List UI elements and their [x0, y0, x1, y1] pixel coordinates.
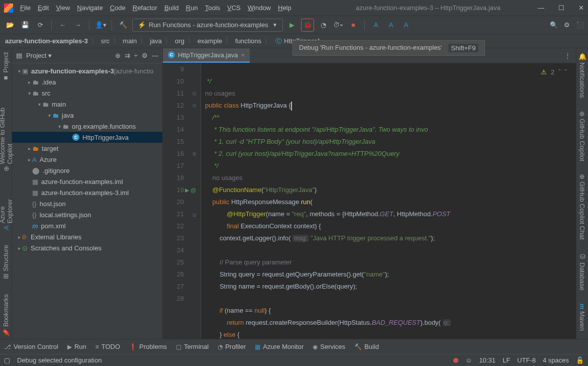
gutter-icons[interactable]: ⊟ ⊟ ⊞ ▶ @ ⊟	[191, 63, 201, 339]
menu-edit[interactable]: Edit	[38, 4, 49, 12]
ide-icon[interactable]: ⬛	[576, 21, 584, 29]
stripe-copilot[interactable]: ⊕GitHub Copilot	[578, 109, 586, 163]
lock-icon[interactable]: 🔓	[576, 356, 584, 364]
minimize-button[interactable]: —	[538, 4, 544, 12]
profiler-button[interactable]: ⏱▾	[332, 19, 344, 31]
tree-package[interactable]: ▾🖿org.example.functions	[12, 121, 162, 132]
forward-button[interactable]: →	[72, 19, 84, 31]
tab-version-control[interactable]: ⎇Version Control	[4, 343, 58, 350]
hide-icon[interactable]: —	[152, 52, 158, 59]
menu-help[interactable]: Help	[278, 4, 291, 12]
stop-button[interactable]: ■	[347, 19, 359, 31]
tab-profiler[interactable]: ◔Profiler	[218, 343, 246, 350]
tree-gitignore[interactable]: ⬤.gitignore	[12, 165, 162, 176]
close-tab-icon[interactable]: ×	[241, 51, 245, 59]
tree-pom[interactable]: mpom.xml	[12, 220, 162, 231]
settings-button[interactable]: ⚙	[564, 21, 570, 29]
tab-todo[interactable]: ≡TODO	[95, 343, 120, 350]
debug-button[interactable]: 🐞	[301, 19, 314, 32]
status-indent[interactable]: 4 spaces	[543, 356, 569, 364]
bc-java[interactable]: java	[150, 37, 162, 45]
tree-idea[interactable]: ▸🖿.idea	[12, 76, 162, 87]
status-le[interactable]: LF	[503, 356, 510, 364]
tree-local[interactable]: {}local.settings.json	[12, 209, 162, 220]
coverage-button[interactable]: ◔	[317, 19, 329, 31]
menu-view[interactable]: View	[56, 4, 70, 12]
tab-options[interactable]: ⋮	[559, 48, 576, 63]
tree-host[interactable]: {}host.json	[12, 198, 162, 209]
status-encoding[interactable]: UTF-8	[517, 356, 536, 364]
next-problem[interactable]: ˇ	[565, 66, 567, 78]
tree-azure[interactable]: ▸AAzure	[12, 154, 162, 165]
project-view-dropdown[interactable]: Project ▾	[26, 52, 111, 59]
bc-functions[interactable]: functions	[235, 37, 261, 45]
user-button[interactable]: 👤▾	[94, 19, 107, 31]
tab-run[interactable]: ▶Run	[67, 343, 86, 350]
tree-iml1[interactable]: ▦azure-function-examples.iml	[12, 176, 162, 187]
tree-target[interactable]: ▸🖿target	[12, 143, 162, 154]
status-time[interactable]: 10:31	[479, 356, 496, 364]
menu-vcs[interactable]: VCS	[227, 4, 241, 12]
bc-root[interactable]: azure-function-examples-3	[5, 37, 88, 45]
copilot-status-icon[interactable]: ☺	[465, 356, 472, 364]
stripe-copilot-welcome[interactable]: ⊕Welcome to GitHub Copilot	[0, 95, 14, 173]
editor-tab[interactable]: C HttpTriggerJava.java ×	[163, 48, 250, 63]
menu-window[interactable]: Window	[248, 4, 271, 12]
project-tree[interactable]: ▾▣azure-function-examples-3 [azure-funct…	[12, 63, 162, 339]
stripe-structure[interactable]: ⊞Structure	[2, 243, 10, 281]
stripe-maven[interactable]: mMaven	[578, 302, 586, 333]
quick-panel-icon[interactable]: ▢	[4, 356, 10, 364]
tree-iml2[interactable]: ▦azure-function-examples-3.iml	[12, 187, 162, 198]
open-button[interactable]: 📂	[4, 19, 16, 31]
menu-run[interactable]: Run	[186, 4, 198, 12]
azure-toolkit-icon[interactable]: A	[370, 19, 382, 31]
bc-org[interactable]: org	[175, 37, 184, 45]
menu-build[interactable]: Build	[164, 4, 179, 12]
bc-src[interactable]: src	[101, 37, 110, 45]
stripe-database[interactable]: ⛁Database	[578, 251, 586, 293]
bc-main[interactable]: main	[123, 37, 137, 45]
tree-src[interactable]: ▾🖿src	[12, 87, 162, 99]
process-indicator[interactable]	[453, 358, 458, 363]
tab-azure-monitor[interactable]: ▦Azure Monitor	[255, 343, 304, 350]
close-button[interactable]: ✕	[578, 4, 584, 12]
azure-sign-icon[interactable]: A	[400, 19, 412, 31]
tree-scratches[interactable]: ▸⊙Scratches and Consoles	[12, 242, 162, 253]
gear-icon[interactable]: ⚙	[142, 52, 148, 59]
tab-problems[interactable]: ❗Problems	[129, 343, 167, 350]
editor-body[interactable]: 910111213141516171819202122232425262728 …	[163, 63, 576, 339]
tree-root[interactable]: ▾▣azure-function-examples-3 [azure-funct…	[12, 65, 162, 76]
back-button[interactable]: ←	[57, 19, 69, 31]
run-button[interactable]: ▶	[286, 19, 298, 31]
maximize-button[interactable]: ☐	[558, 4, 564, 12]
build-button[interactable]: 🔨	[117, 19, 129, 31]
stripe-azure-explorer[interactable]: AAzure Explorer	[0, 185, 14, 232]
search-button[interactable]: 🔍	[550, 21, 558, 29]
menu-refactor[interactable]: Refactor	[133, 4, 157, 12]
run-configuration-dropdown[interactable]: ⚡ Run Functions - azure-function-example…	[132, 19, 283, 32]
collapse-icon[interactable]: ÷	[134, 52, 138, 59]
save-all-button[interactable]: 💾	[19, 19, 31, 31]
menu-code[interactable]: Code	[110, 4, 126, 12]
tab-terminal[interactable]: ▢Terminal	[176, 343, 209, 350]
tree-class[interactable]: CHttpTriggerJava	[12, 132, 162, 143]
reload-button[interactable]: ⟳	[34, 19, 46, 31]
locate-icon[interactable]: ⊕	[115, 52, 121, 59]
prev-problem[interactable]: ˆ	[558, 66, 560, 78]
tree-main[interactable]: ▾🖿main	[12, 99, 162, 110]
menu-navigate[interactable]: Navigate	[77, 4, 103, 12]
run-gutter-icon[interactable]: ▶ @	[185, 184, 196, 196]
azure-explorer-icon[interactable]: A	[385, 19, 397, 31]
stripe-notifications[interactable]: 🔔Notifications	[578, 50, 586, 100]
inspection-widget[interactable]: ⚠2 ˆ ˇ	[541, 66, 567, 78]
stripe-bookmarks[interactable]: 🔖Bookmarks	[2, 292, 10, 339]
menu-tools[interactable]: Tools	[205, 4, 220, 12]
expand-all-icon[interactable]: ⇉	[125, 52, 130, 59]
stripe-project[interactable]: ■Project	[2, 50, 10, 84]
tab-services[interactable]: ◉Services	[313, 343, 345, 350]
tree-java[interactable]: ▾🖿java	[12, 110, 162, 121]
menu-file[interactable]: File	[20, 4, 31, 12]
tree-external[interactable]: ▸⊪External Libraries	[12, 231, 162, 242]
code-area[interactable]: */ no usages public class HttpTriggerJav…	[201, 63, 451, 339]
bc-example[interactable]: example	[198, 37, 222, 45]
